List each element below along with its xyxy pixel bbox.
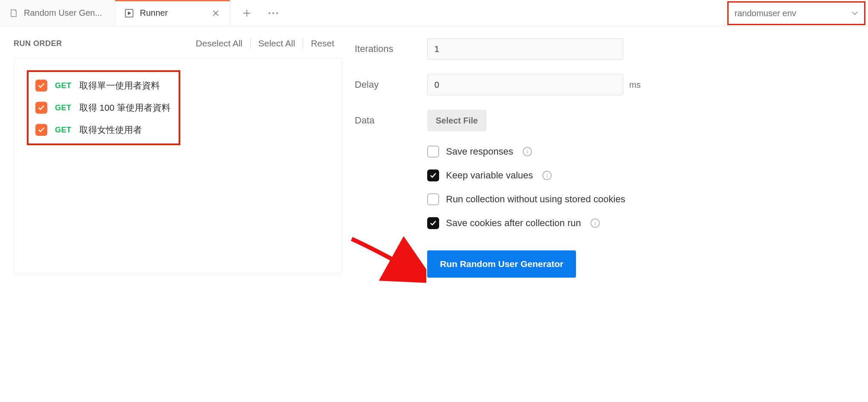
- tab-bar: Random User Gen... Runner rand: [0, 0, 868, 26]
- option-label: Save responses: [446, 146, 513, 157]
- environment-selector-value: randomuser env: [735, 9, 796, 18]
- checkbox[interactable]: [427, 169, 439, 181]
- tab-collection[interactable]: Random User Gen...: [0, 0, 115, 26]
- tab-collection-label: Random User Gen...: [24, 8, 105, 18]
- chevron-down-icon: [851, 11, 858, 15]
- info-icon[interactable]: i: [523, 147, 532, 156]
- checkbox[interactable]: [427, 146, 439, 158]
- iterations-label: Iterations: [355, 43, 427, 55]
- request-item[interactable]: GET 取得 100 筆使用者資料: [35, 102, 172, 114]
- tab-runner[interactable]: Runner: [115, 0, 230, 26]
- option-keep-variable-values[interactable]: Keep variable values i: [427, 169, 859, 181]
- environment-selector[interactable]: randomuser env: [727, 1, 865, 25]
- request-method: GET: [55, 81, 72, 90]
- request-checkbox[interactable]: [35, 80, 47, 92]
- checkbox[interactable]: [427, 217, 439, 229]
- option-run-without-cookies[interactable]: Run collection without using stored cook…: [427, 193, 859, 205]
- iterations-input[interactable]: [427, 38, 623, 60]
- checkbox[interactable]: [427, 193, 439, 205]
- request-method: GET: [55, 103, 72, 112]
- request-name: 取得 100 筆使用者資料: [79, 102, 171, 114]
- select-all-link[interactable]: Select All: [250, 38, 303, 49]
- data-label: Data: [355, 115, 427, 126]
- option-label: Save cookies after collection run: [446, 218, 581, 229]
- collection-icon: [9, 9, 18, 17]
- option-save-responses[interactable]: Save responses i: [427, 146, 859, 158]
- runner-icon: [124, 9, 134, 18]
- request-highlight-box: GET 取得單一使用者資料 GET 取得 100 筆使用者資料 GET 取得女性…: [27, 70, 180, 145]
- svg-point-3: [276, 12, 278, 14]
- request-method: GET: [55, 126, 72, 135]
- delay-unit: ms: [629, 80, 641, 90]
- request-checkbox[interactable]: [35, 102, 47, 114]
- request-name: 取得單一使用者資料: [79, 80, 160, 92]
- run-order-heading: RUN ORDER: [14, 39, 62, 48]
- info-icon[interactable]: i: [542, 171, 552, 180]
- option-save-cookies[interactable]: Save cookies after collection run i: [427, 217, 859, 229]
- request-list: GET 取得單一使用者資料 GET 取得 100 筆使用者資料 GET 取得女性…: [14, 58, 342, 273]
- more-tabs-button[interactable]: [268, 11, 279, 15]
- option-label: Keep variable values: [446, 170, 533, 181]
- run-button[interactable]: Run Random User Generator: [427, 250, 576, 278]
- tab-runner-label: Runner: [140, 8, 205, 18]
- deselect-all-link[interactable]: Deselect All: [196, 38, 250, 49]
- delay-label: Delay: [355, 79, 427, 90]
- tab-actions: [230, 0, 291, 26]
- svg-point-2: [272, 12, 274, 14]
- request-item[interactable]: GET 取得單一使用者資料: [35, 80, 172, 92]
- info-icon[interactable]: i: [590, 218, 600, 228]
- request-name: 取得女性使用者: [79, 124, 142, 136]
- select-file-button[interactable]: Select File: [427, 110, 486, 131]
- close-tab-button[interactable]: [211, 9, 220, 18]
- option-label: Run collection without using stored cook…: [446, 194, 625, 205]
- delay-input[interactable]: [427, 74, 623, 95]
- svg-point-1: [269, 12, 270, 14]
- reset-link[interactable]: Reset: [303, 38, 342, 49]
- new-tab-button[interactable]: [242, 9, 252, 18]
- request-checkbox[interactable]: [35, 124, 47, 136]
- request-item[interactable]: GET 取得女性使用者: [35, 124, 172, 136]
